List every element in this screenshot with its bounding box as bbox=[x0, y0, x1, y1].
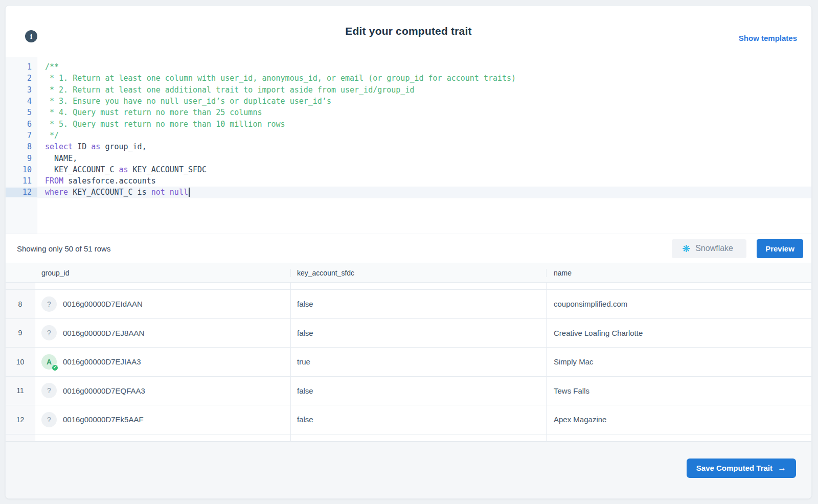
code-content: * 2. Return at least one additional trai… bbox=[37, 85, 414, 95]
key-account-sfdc-cell: false bbox=[291, 377, 547, 405]
row-index: 10 bbox=[16, 358, 25, 366]
row-index: 11 bbox=[16, 386, 24, 395]
key-account-sfdc-value: true bbox=[297, 357, 310, 366]
code-line: 7 */ bbox=[6, 130, 811, 141]
partial-cell bbox=[35, 283, 291, 289]
group-id-cell: ?0016g00000D7EQFAA3 bbox=[35, 377, 291, 405]
group-id-value: 0016g00000D7EQFAA3 bbox=[63, 386, 145, 395]
row-count-status: Showing only 50 of 51 rows bbox=[17, 244, 110, 253]
code-token: KEY_ACCOUNT_C is bbox=[68, 188, 151, 197]
code-content: FROM salesforce.accounts bbox=[37, 176, 156, 186]
unknown-avatar-icon[interactable]: ? bbox=[41, 383, 57, 398]
page-title: Edit your computed trait bbox=[6, 25, 811, 37]
code-content: /** bbox=[37, 62, 59, 72]
code-content: */ bbox=[37, 131, 59, 140]
table-row: 11?0016g00000D7EQFAA3falseTews Falls bbox=[6, 377, 811, 406]
code-token: FROM bbox=[45, 176, 63, 186]
code-token: group_id, bbox=[100, 142, 146, 151]
show-templates-link[interactable]: Show templates bbox=[739, 34, 797, 42]
table-row: 10A✓0016g00000D7EJIAA3trueSimply Mac bbox=[6, 348, 811, 377]
code-token: select bbox=[45, 142, 73, 151]
table-body[interactable]: 8?0016g00000D7EIdAANfalsecouponsimplifie… bbox=[6, 290, 811, 434]
preview-button[interactable]: Preview bbox=[757, 239, 803, 258]
partial-cell bbox=[547, 434, 811, 441]
unknown-avatar-icon[interactable]: ? bbox=[41, 296, 57, 312]
code-line: 4 * 3. Ensure you have no null user_id’s… bbox=[6, 96, 811, 107]
partial-cell bbox=[291, 434, 547, 441]
unknown-avatar-icon[interactable]: ? bbox=[41, 412, 57, 427]
partial-cell bbox=[35, 434, 291, 441]
row-index: 12 bbox=[16, 416, 25, 424]
code-content: select ID as group_id, bbox=[37, 142, 147, 151]
key-account-sfdc-cell: false bbox=[291, 290, 547, 318]
line-number: 2 bbox=[6, 74, 37, 83]
key-account-sfdc-cell: true bbox=[291, 348, 547, 376]
account-avatar[interactable]: A✓ bbox=[41, 354, 57, 370]
footer: Save Computed Trait → bbox=[6, 441, 811, 499]
avatar-glyph: ? bbox=[47, 386, 51, 395]
save-button-label: Save Computed Trait bbox=[696, 464, 772, 472]
partial-cell bbox=[291, 283, 547, 289]
row-index-cell: 12 bbox=[6, 405, 35, 434]
code-line: 12where KEY_ACCOUNT_C is not null bbox=[6, 187, 811, 198]
column-header-group-id: group_id bbox=[35, 269, 291, 277]
avatar-glyph: A bbox=[47, 358, 52, 366]
name-value: Creative Loafing Charlotte bbox=[554, 329, 643, 337]
partial-row-bottom bbox=[6, 434, 811, 441]
row-index: 9 bbox=[18, 329, 22, 337]
code-line: 2 * 1. Return at least one column with u… bbox=[6, 73, 811, 84]
name-value: Simply Mac bbox=[554, 357, 594, 366]
line-number: 5 bbox=[6, 108, 37, 117]
row-index-cell: 9 bbox=[6, 319, 35, 348]
code-token: KEY_ACCOUNT_C bbox=[45, 165, 119, 174]
code-token: * 5. Query must return no more than 10 m… bbox=[45, 120, 285, 129]
column-header-key-account-sfdc: key_account_sfdc bbox=[291, 269, 547, 277]
code-token: not null bbox=[151, 188, 188, 197]
group-id-cell: ?0016g00000D7EJ8AAN bbox=[35, 319, 291, 348]
avatar-glyph: ? bbox=[47, 329, 51, 337]
key-account-sfdc-value: false bbox=[297, 329, 313, 337]
name-cell: Tews Falls bbox=[547, 377, 811, 405]
info-icon[interactable]: i bbox=[25, 30, 37, 42]
table-row: 9?0016g00000D7EJ8AANfalseCreative Loafin… bbox=[6, 319, 811, 348]
code-content: KEY_ACCOUNT_C as KEY_ACCOUNT_SFDC bbox=[37, 165, 207, 174]
snowflake-icon: ❋ bbox=[682, 244, 690, 254]
key-account-sfdc-value: false bbox=[297, 386, 313, 395]
results-table: group_id key_account_sfdc name 8?0016g00… bbox=[6, 263, 811, 441]
code-line: 1/** bbox=[6, 61, 811, 73]
name-cell: couponsimplified.com bbox=[547, 290, 811, 318]
code-line: 11FROM salesforce.accounts bbox=[6, 175, 811, 187]
code-content: * 4. Query must return no more than 25 c… bbox=[37, 108, 262, 117]
code-content: NAME, bbox=[37, 154, 77, 163]
line-number: 10 bbox=[6, 165, 37, 174]
save-computed-trait-button[interactable]: Save Computed Trait → bbox=[687, 459, 796, 478]
sql-editor[interactable]: 1/**2 * 1. Return at least one column wi… bbox=[6, 57, 811, 234]
table-header: group_id key_account_sfdc name bbox=[6, 263, 811, 283]
code-token: * 3. Ensure you have no null user_id’s o… bbox=[45, 97, 331, 106]
avatar-glyph: ? bbox=[47, 300, 51, 308]
code-token: KEY_ACCOUNT_SFDC bbox=[128, 165, 207, 174]
code-token: salesforce.accounts bbox=[63, 176, 156, 186]
unknown-avatar-icon[interactable]: ? bbox=[41, 325, 57, 340]
code-line: 9 NAME, bbox=[6, 152, 811, 164]
warehouse-label: Snowflake bbox=[695, 244, 733, 253]
code-token: * 2. Return at least one additional trai… bbox=[45, 85, 414, 95]
warehouse-badge[interactable]: ❋ Snowflake bbox=[672, 239, 746, 258]
group-id-value: 0016g00000D7EJIAA3 bbox=[63, 357, 141, 366]
code-line: 5 * 4. Query must return no more than 25… bbox=[6, 107, 811, 118]
code-token: * 1. Return at least one column with use… bbox=[45, 74, 516, 83]
key-account-sfdc-value: false bbox=[297, 415, 313, 424]
code-lines: 1/**2 * 1. Return at least one column wi… bbox=[6, 57, 811, 198]
line-number: 6 bbox=[6, 120, 37, 129]
code-line: 8select ID as group_id, bbox=[6, 141, 811, 152]
table-row: 8?0016g00000D7EIdAANfalsecouponsimplifie… bbox=[6, 290, 811, 319]
partial-cell bbox=[547, 283, 811, 289]
line-number: 8 bbox=[6, 142, 37, 151]
group-id-value: 0016g00000D7Ek5AAF bbox=[63, 415, 144, 424]
row-index: 8 bbox=[18, 300, 22, 308]
line-number: 4 bbox=[6, 97, 37, 106]
preview-toolbar: Showing only 50 of 51 rows ❋ Snowflake P… bbox=[6, 234, 811, 263]
key-account-sfdc-cell: false bbox=[291, 405, 547, 434]
group-id-value: 0016g00000D7EIdAAN bbox=[63, 300, 143, 308]
name-value: couponsimplified.com bbox=[554, 300, 627, 308]
